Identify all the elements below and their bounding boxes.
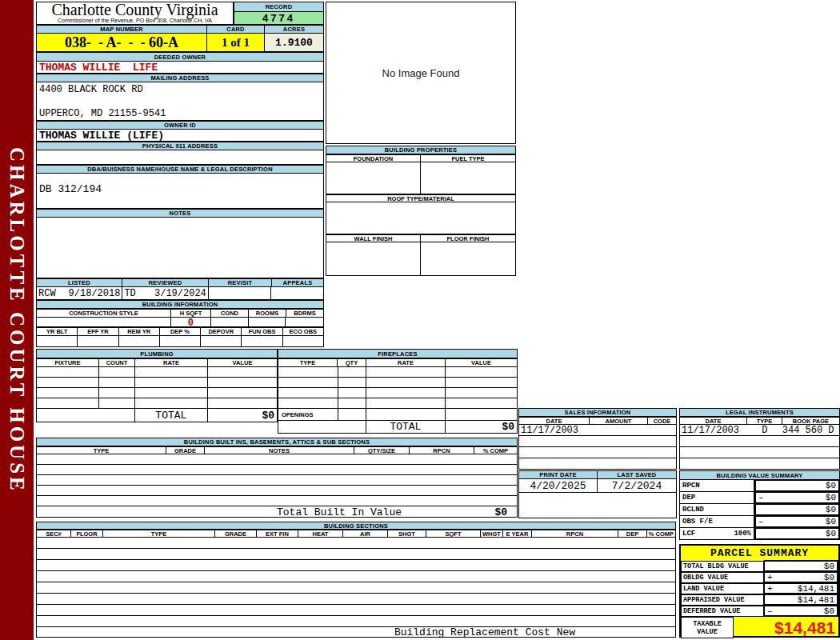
mailing-address-line2: UPPERCO, MD 21155-9541: [37, 95, 323, 119]
legal-instruments-table: LEGAL INSTRUMENTS DATE TYPE BOOK PAGE 11…: [679, 408, 840, 470]
lcf-value: $0: [826, 529, 836, 538]
obs-sign: –: [758, 517, 764, 526]
building-sections-table: BUILDING SECTIONS SEC# FLOOR TYPE GRADE …: [36, 522, 676, 638]
remyr-label: REM YR: [119, 327, 160, 336]
shgt-label: SHGT: [388, 530, 426, 538]
total-bldg-label: TOTAL BLDG VALUE: [681, 561, 764, 572]
legal-instruments-title: LEGAL INSTRUMENTS: [679, 408, 840, 417]
revisit-value: [209, 287, 272, 299]
appeals-value: [271, 287, 323, 299]
type-label: TYPE: [747, 417, 782, 425]
physical-address-label: PHYSICAL 911 ADDRESS: [36, 142, 324, 150]
dep-label: DEP: [618, 530, 647, 538]
wall-floor-headers: WALL FINISH FLOOR FINISH: [326, 234, 516, 242]
notes-value: [36, 218, 324, 278]
reviewed-date: 3/19/2024: [154, 288, 206, 299]
built-ins-row: [36, 454, 518, 465]
review-value-row: RCW 9/18/2018 TD 3/19/2024: [36, 287, 324, 300]
owner-id-value: THOMAS WILLIE (LIFE): [36, 130, 324, 142]
fireplaces-title: FIREPLACES: [278, 349, 518, 358]
dep-label: DEP: [682, 494, 695, 502]
empty-cell: [160, 336, 201, 346]
foundation-label: FOUNDATION: [326, 154, 421, 162]
listed-value: RCW 9/18/2018: [37, 287, 122, 299]
plumbing-total-value: $0: [208, 409, 277, 422]
foundation-fuel-values: [326, 162, 516, 194]
property-photo-panel: No Image Found: [326, 2, 516, 144]
empty-cell: [283, 336, 323, 346]
building-info-title: BUILDING INFORMATION: [36, 300, 324, 309]
fireplaces-total-value: $0: [446, 421, 517, 433]
appraised-value: $14,481: [798, 595, 834, 605]
dba-label: DBA/BUISNESS NAME/HOUSE NAME & LEGAL DES…: [36, 165, 324, 174]
plumbing-table: PLUMBING FIXTURE COUNT RATE VALUE TOTAL …: [36, 349, 278, 422]
sales-headers: DATE AMOUNT CODE: [518, 417, 677, 425]
wall-finish-label: WALL FINISH: [326, 234, 421, 242]
last-saved-label: LAST SAVED: [598, 470, 677, 479]
instrument-type: D: [747, 425, 782, 436]
obldg-label: OBLDG VALUE: [681, 572, 764, 583]
openings-label: OPENINGS: [278, 409, 338, 420]
land-label: LAND VALUE: [681, 583, 764, 594]
map-value-row: 038- - A- - - 60-A 1 of 1 1.9100: [36, 34, 324, 52]
air-label: AIR: [343, 530, 388, 538]
record-card-panel: Charlotte County Virginia Commissioner o…: [36, 2, 324, 346]
building-sections-row: [36, 582, 676, 594]
building-sections-headers: SEC# FLOOR TYPE GRADE EXT FIN HEAT AIR S…: [36, 530, 676, 538]
building-sections-row: [36, 571, 676, 582]
built-ins-row: [36, 475, 518, 486]
building-properties-table: BUILDING PROPERTIES FOUNDATION FUEL TYPE…: [326, 146, 516, 276]
bvs-row-rpcn: RPCN $0: [679, 480, 840, 492]
obldg-sign: +: [767, 573, 773, 582]
built-ins-row: [36, 496, 518, 506]
date-label: DATE: [679, 417, 747, 425]
sidebar-county-name: CHARLOTTE COURT HOUSE: [6, 147, 28, 494]
type-label: TYPE: [278, 358, 338, 367]
fuel-type-label: FUEL TYPE: [421, 154, 516, 162]
rpcn-label: RPCN: [682, 482, 700, 490]
built-ins-table: BUILDING BUILT INS, BASEMENTS, ATTICS & …: [36, 438, 518, 518]
record-label: RECORD: [234, 2, 324, 12]
notes-label: NOTES: [205, 446, 354, 454]
deferred-label: DEFERRED VALUE: [681, 606, 764, 617]
empty-cell: [78, 336, 118, 346]
reviewed-label: REVIEWED: [122, 278, 209, 287]
value-label: VALUE: [208, 358, 278, 367]
obs-label: OBS F/E: [682, 518, 713, 526]
bvs-row-dep: DEP –$0: [679, 492, 840, 504]
sales-title: SALES INFORMATION: [518, 408, 677, 417]
acres-label: ACRES: [265, 25, 324, 34]
dep-value: $0: [826, 493, 836, 502]
sales-information-table: SALES INFORMATION DATE AMOUNT CODE 11/17…: [518, 408, 677, 470]
plumbing-row: [36, 378, 278, 388]
listed-date: 9/18/2018: [69, 288, 121, 299]
bdrms-value: [286, 318, 323, 326]
rooms-label: ROOMS: [249, 309, 286, 318]
physical-address-value: [36, 150, 324, 165]
foundation-value: [326, 162, 421, 194]
sec-label: SEC#: [36, 530, 71, 538]
dep-sign: –: [758, 493, 764, 502]
county-sidebar: CHARLOTTE COURT HOUSE: [0, 0, 34, 640]
mailing-address-line1: 4400 BLACK ROCK RD: [37, 82, 323, 95]
book-page-label: BOOK PAGE: [782, 417, 840, 425]
parcel-summary: PARCEL SUMMARY TOTAL BLDG VALUE $0 OBLDG…: [679, 544, 840, 638]
pct-comp-label: % COMP: [474, 446, 518, 454]
appraised-label: APPRAISED VALUE: [681, 594, 764, 606]
instrument-date: 11/17/2003: [680, 425, 747, 436]
record-number-box: RECORD 4774: [234, 2, 324, 25]
building-sections-title: BUILDING SECTIONS: [36, 522, 676, 530]
sales-row: 11/17/2003: [518, 425, 677, 436]
reviewed-value: TD 3/19/2024: [122, 287, 208, 299]
building-info-values-2: [36, 336, 324, 347]
mailing-address-label: MAILING ADDRESS: [36, 74, 324, 82]
fireplaces-row: [278, 398, 518, 409]
floor-label: FLOOR: [71, 530, 103, 538]
fireplaces-openings-row: OPENINGS: [278, 409, 518, 421]
dates-headers: PRINT DATE LAST SAVED: [518, 470, 677, 479]
qty-size-label: QTY/SIZE: [354, 446, 410, 454]
building-sections-row: [36, 560, 676, 571]
dates-panel: PRINT DATE LAST SAVED 4/20/2025 7/2/2024: [518, 470, 677, 518]
listed-label: LISTED: [36, 278, 122, 287]
ecoobs-label: ECO OBS: [283, 327, 324, 336]
